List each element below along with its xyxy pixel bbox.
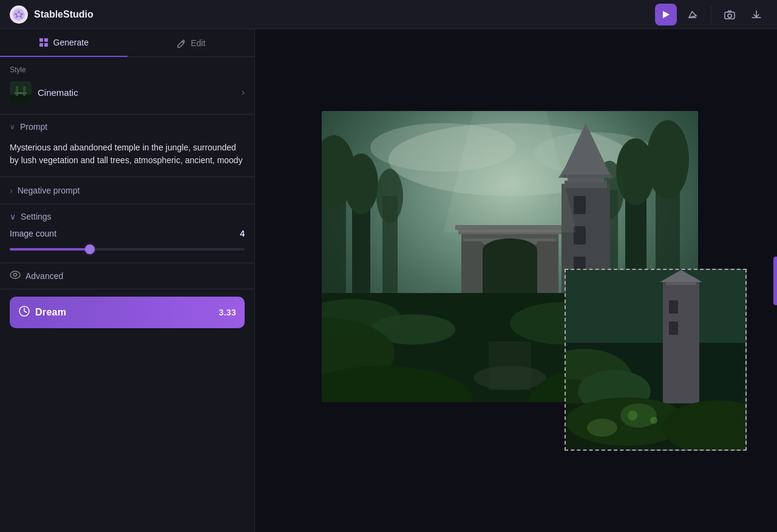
tab-edit-label: Edit	[191, 38, 205, 48]
svg-rect-13	[15, 92, 27, 94]
svg-rect-70	[669, 300, 678, 314]
settings-section: ∨ Settings Image count 4	[0, 204, 254, 263]
dream-cost: 3.33	[219, 308, 236, 317]
svg-rect-6	[44, 38, 48, 42]
erase-button[interactable]	[682, 4, 704, 25]
prompt-header[interactable]: ∨ Prompt	[0, 115, 254, 139]
settings-label: Settings	[21, 212, 52, 221]
dream-btn-left: Dream	[18, 305, 66, 320]
svg-rect-8	[44, 43, 48, 47]
tabs: Generate Edit	[0, 29, 254, 57]
image-count-value: 4	[240, 229, 245, 238]
svg-point-1	[17, 13, 21, 16]
prompt-text[interactable]: Mysterious and abandoned temple in the j…	[0, 139, 254, 177]
topbar-divider	[711, 6, 711, 23]
sidebar: Generate Edit Style	[0, 29, 255, 532]
negative-prompt-header[interactable]: › Negative prompt	[0, 177, 254, 204]
svg-rect-7	[39, 43, 43, 47]
style-label: Style	[10, 66, 245, 74]
prompt-label: Prompt	[20, 122, 47, 132]
download-button[interactable]	[745, 4, 767, 25]
style-selector[interactable]: Cinematic ›	[10, 79, 245, 106]
image-count-row: Image count 4	[10, 229, 245, 238]
generate-mode-button[interactable]	[655, 4, 677, 25]
topbar-right	[655, 4, 767, 25]
negative-chevron-icon: ›	[10, 186, 13, 195]
style-chevron-icon: ›	[242, 87, 245, 98]
style-section: Style Cinematic ›	[0, 57, 254, 115]
svg-rect-5	[39, 38, 43, 42]
svg-rect-10	[10, 95, 32, 103]
advanced-section: Advanced	[0, 263, 254, 289]
svg-rect-67	[663, 282, 699, 403]
image-count-slider-container	[10, 243, 245, 255]
style-row-left: Cinematic	[10, 81, 78, 103]
right-accent	[773, 257, 777, 305]
svg-point-15	[14, 274, 17, 277]
settings-chevron-icon: ∨	[10, 212, 16, 221]
tab-edit[interactable]: Edit	[127, 29, 255, 56]
svg-marker-2	[663, 11, 670, 18]
advanced-header[interactable]: Advanced	[10, 271, 245, 281]
svg-point-80	[628, 411, 637, 420]
prompt-chevron-icon: ∨	[10, 123, 15, 131]
svg-point-14	[10, 271, 20, 278]
slider-track	[10, 248, 245, 251]
style-name: Cinematic	[38, 87, 78, 98]
svg-point-79	[587, 419, 617, 437]
slider-fill	[10, 248, 92, 251]
image-count-label: Image count	[10, 229, 56, 238]
svg-rect-66	[566, 270, 745, 343]
slider-thumb[interactable]	[85, 244, 95, 254]
topbar-left: StableStudio	[10, 5, 93, 24]
app-logo	[10, 5, 28, 24]
app-title: StableStudio	[34, 9, 93, 20]
overlay-image[interactable]	[565, 269, 747, 451]
eye-icon	[10, 271, 21, 281]
negative-prompt-label: Negative prompt	[18, 186, 80, 195]
camera-button[interactable]	[719, 4, 741, 25]
svg-rect-11	[16, 86, 18, 96]
svg-point-78	[620, 403, 657, 428]
svg-point-4	[728, 14, 731, 18]
dream-button-container: Dream 3.33	[0, 289, 254, 335]
svg-rect-12	[23, 86, 25, 96]
main-layout: Generate Edit Style	[0, 29, 777, 532]
topbar: StableStudio	[0, 0, 777, 29]
dream-label: Dream	[35, 307, 66, 318]
prompt-section: ∨ Prompt Mysterious and abandoned temple…	[0, 115, 254, 177]
tab-generate-label: Generate	[53, 38, 89, 47]
negative-prompt-section: › Negative prompt	[0, 177, 254, 204]
svg-point-81	[650, 417, 657, 424]
settings-header[interactable]: ∨ Settings	[10, 212, 245, 221]
style-thumbnail	[10, 81, 32, 103]
dream-icon	[18, 305, 30, 320]
tab-generate[interactable]: Generate	[0, 29, 127, 57]
svg-rect-71	[669, 322, 678, 335]
overlay-jungle	[566, 270, 745, 450]
advanced-label: Advanced	[25, 271, 63, 281]
dream-button[interactable]: Dream 3.33	[10, 297, 245, 328]
canvas-area[interactable]	[255, 29, 777, 532]
canvas-content	[285, 111, 747, 451]
